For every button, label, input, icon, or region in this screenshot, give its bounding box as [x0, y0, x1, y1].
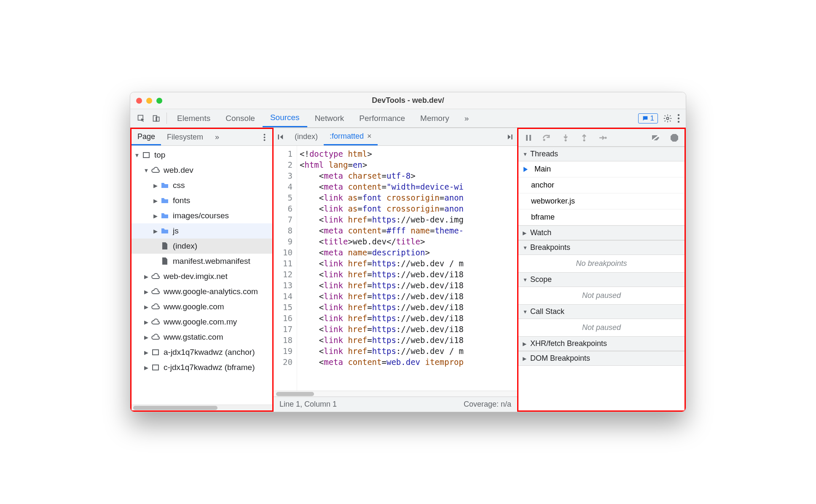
tab-sources[interactable]: Sources [263, 109, 307, 127]
expand-arrow-icon[interactable]: ▶ [143, 304, 149, 310]
section-header[interactable]: ▶Watch [518, 225, 684, 240]
tree-item[interactable]: ▶www.google-analytics.com [132, 284, 272, 299]
editor-h-scrollbar[interactable] [274, 391, 517, 397]
issues-count: 1 [650, 114, 654, 123]
navigator-kebab-icon[interactable] [256, 129, 272, 145]
tab-elements[interactable]: Elements [169, 109, 218, 127]
section-label: Breakpoints [530, 243, 570, 252]
expand-arrow-icon[interactable]: ▶ [153, 198, 158, 204]
editor-nav-forward-icon[interactable] [502, 128, 517, 145]
tree-item[interactable]: ▶c-jdx1q7kwadwz (bframe) [132, 360, 272, 375]
expand-arrow-icon[interactable]: ▶ [143, 349, 149, 356]
editor-pane: (index):formatted× 123456789101112131415… [274, 128, 517, 412]
window-title: DevTools - web.dev/ [130, 96, 686, 105]
tree-item[interactable]: ▶js [132, 223, 272, 239]
section-header[interactable]: ▼Call Stack [518, 304, 684, 319]
tree-item-label: web-dev.imgix.net [164, 272, 228, 281]
expand-arrow-icon[interactable]: ▶ [153, 182, 158, 189]
tree-item[interactable]: ▶images/courses [132, 208, 272, 223]
step-into-icon[interactable] [561, 133, 571, 143]
breakpoints-empty: No breakpoints [518, 255, 684, 272]
frame-icon [151, 363, 160, 372]
issues-badge[interactable]: 1 [638, 113, 658, 123]
device-toggle-icon[interactable] [149, 109, 164, 127]
expand-arrow-icon[interactable]: ▶ [143, 273, 149, 280]
kebab-menu-icon[interactable] [677, 114, 680, 123]
svg-point-17 [543, 139, 545, 141]
tree-item[interactable]: ▶web-dev.imgix.net [132, 269, 272, 284]
section-header[interactable]: ▶XHR/fetch Breakpoints [518, 336, 684, 351]
thread-item[interactable]: Main [518, 161, 684, 177]
inspect-element-icon[interactable] [134, 109, 149, 127]
close-window-button[interactable] [136, 98, 142, 104]
tree-item[interactable]: ▶css [132, 178, 272, 193]
cloud-icon [151, 287, 160, 296]
expand-arrow-icon[interactable]: ▼ [134, 152, 140, 158]
tree-item-label: fonts [173, 196, 190, 205]
navigator-tab-page[interactable]: Page [132, 129, 161, 145]
pause-on-exceptions-icon[interactable] [669, 133, 679, 143]
tab-console[interactable]: Console [218, 109, 263, 127]
editor-nav-back-icon[interactable] [274, 128, 289, 145]
chevron-icon: ▼ [523, 245, 528, 251]
panels-container: PageFilesystem » ▼top▼web.dev▶css▶fonts▶… [130, 128, 686, 412]
code-editor[interactable]: 1234567891011121314151617181920 <!doctyp… [274, 146, 517, 391]
expand-arrow-icon[interactable]: ▶ [153, 228, 158, 234]
editor-statusbar: Line 1, Column 1 Coverage: n/a [274, 397, 517, 412]
expand-arrow-icon[interactable]: ▶ [143, 289, 149, 295]
expand-arrow-icon[interactable]: ▶ [153, 213, 158, 219]
svg-rect-11 [153, 350, 158, 355]
tab-network[interactable]: Network [307, 109, 352, 127]
folder-icon [160, 211, 169, 220]
step-over-icon[interactable] [542, 133, 552, 143]
tree-item[interactable]: ▶fonts [132, 193, 272, 208]
tree-item[interactable]: (index) [132, 239, 272, 254]
tree-item[interactable]: ▶www.gstatic.com [132, 330, 272, 345]
expand-arrow-icon[interactable]: ▶ [143, 319, 149, 325]
code-content[interactable]: <!doctype html><html lang=en> <meta char… [297, 146, 517, 391]
step-icon[interactable] [598, 133, 608, 143]
settings-icon[interactable] [663, 114, 672, 123]
navigator-h-scrollbar[interactable] [132, 405, 272, 410]
expand-arrow-icon[interactable]: ▼ [143, 167, 149, 174]
step-out-icon[interactable] [579, 133, 589, 143]
svg-point-6 [678, 121, 679, 122]
cloud-icon [151, 302, 160, 311]
svg-rect-12 [153, 365, 158, 370]
deactivate-breakpoints-icon[interactable] [651, 133, 661, 143]
expand-arrow-icon[interactable]: ▶ [143, 365, 149, 371]
minimize-window-button[interactable] [146, 98, 152, 104]
navigator-more-tabs[interactable]: » [209, 129, 225, 145]
thread-item[interactable]: bframe [518, 209, 684, 225]
tree-item-label: web.dev [164, 166, 193, 175]
thread-item[interactable]: anchor [518, 177, 684, 193]
tab-performance[interactable]: Performance [352, 109, 413, 127]
tree-item[interactable]: ▶www.google.com.my [132, 314, 272, 330]
expand-arrow-icon[interactable]: ▶ [143, 334, 149, 340]
tree-item[interactable]: ▶a-jdx1q7kwadwz (anchor) [132, 345, 272, 360]
editor-tab[interactable]: (index) [289, 128, 324, 145]
tree-item[interactable]: ▼web.dev [132, 163, 272, 178]
pause-icon[interactable] [523, 133, 534, 143]
file-tree[interactable]: ▼top▼web.dev▶css▶fonts▶images/courses▶js… [132, 146, 272, 405]
svg-point-8 [263, 137, 265, 138]
more-tabs-button[interactable]: » [457, 109, 477, 127]
section-header[interactable]: ▼Breakpoints [518, 240, 684, 255]
editor-tab[interactable]: :formatted× [324, 128, 378, 145]
chevron-icon: ▼ [523, 309, 528, 315]
tree-item[interactable]: ▶www.google.com [132, 299, 272, 314]
navigator-tab-filesystem[interactable]: Filesystem [161, 129, 209, 145]
section-header[interactable]: ▼Scope [518, 272, 684, 287]
svg-point-4 [678, 114, 679, 115]
section-header[interactable]: ▶DOM Breakpoints [518, 351, 684, 366]
tree-item[interactable]: ▼top [132, 147, 272, 163]
tree-item[interactable]: manifest.webmanifest [132, 254, 272, 269]
editor-tabs: (index):formatted× [274, 128, 517, 146]
maximize-window-button[interactable] [156, 98, 162, 104]
close-tab-icon[interactable]: × [367, 132, 372, 141]
tab-memory[interactable]: Memory [413, 109, 457, 127]
section-header[interactable]: ▼Threads [518, 147, 684, 161]
folder-icon [160, 196, 169, 205]
thread-item[interactable]: webworker.js [518, 193, 684, 209]
main-tab-bar: ElementsConsoleSourcesNetworkPerformance… [130, 109, 686, 128]
